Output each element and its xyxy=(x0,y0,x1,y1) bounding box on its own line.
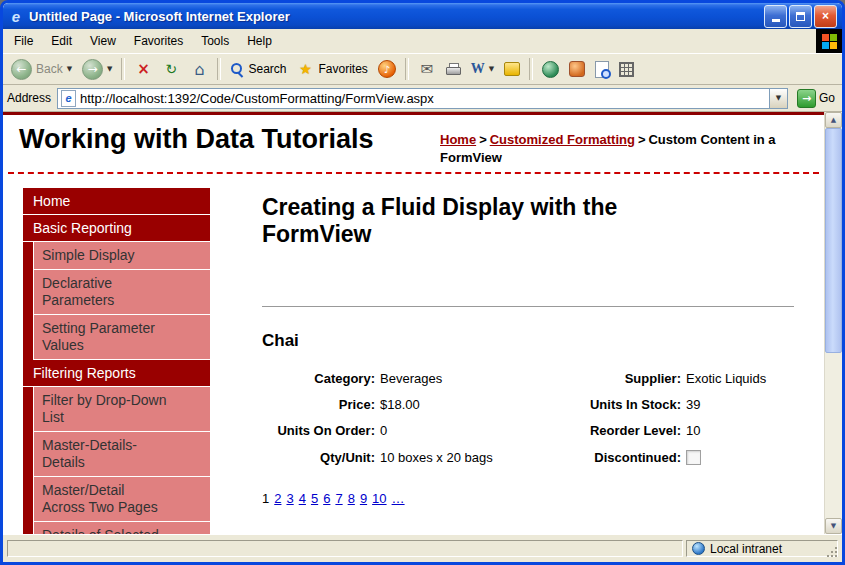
edit-dropdown-icon[interactable]: ▼ xyxy=(489,65,494,73)
address-bar: Address e http://localhost:1392/Code/Cus… xyxy=(3,85,842,112)
search-label: Search xyxy=(248,62,286,76)
scroll-up-button[interactable]: ▲ xyxy=(825,112,842,128)
site-header: Working with Data Tutorials Home>Customi… xyxy=(3,115,824,170)
sidebar-item-filter-by-drop-down-list[interactable]: Filter by Drop-Down List xyxy=(33,387,210,432)
sidebar-item-setting-parameter-values[interactable]: Setting Parameter Values xyxy=(33,315,210,360)
research-icon xyxy=(595,61,609,78)
discuss-button[interactable] xyxy=(500,60,524,78)
maximize-icon xyxy=(796,12,805,21)
field-label-category: Category: xyxy=(262,371,380,386)
field-value-discontinued xyxy=(686,449,794,465)
back-icon: ← xyxy=(11,59,32,80)
discuss-icon xyxy=(504,62,520,76)
home-button[interactable]: ⌂ xyxy=(186,58,212,80)
sidebar-item-details-of-selected[interactable]: Details of Selected xyxy=(33,522,210,534)
minimize-button[interactable] xyxy=(764,5,787,28)
menu-help[interactable]: Help xyxy=(238,31,281,51)
sidebar-item-declarative-parameters[interactable]: Declarative Parameters xyxy=(33,270,210,315)
menu-favorites[interactable]: Favorites xyxy=(125,31,192,51)
home-icon: ⌂ xyxy=(190,60,208,78)
go-arrow-icon: → xyxy=(797,89,816,108)
forward-dropdown-icon[interactable]: ▼ xyxy=(107,65,112,73)
research-button[interactable] xyxy=(591,59,613,80)
close-button[interactable]: × xyxy=(814,5,837,28)
favorites-button[interactable]: ★ Favorites xyxy=(293,58,372,80)
pager-link-3[interactable]: 3 xyxy=(286,491,293,506)
sidebar-item-basic-reporting[interactable]: Basic Reporting xyxy=(23,215,210,242)
title-bar[interactable]: e Untitled Page - Microsoft Internet Exp… xyxy=(3,3,842,29)
pager-link-7[interactable]: 7 xyxy=(335,491,342,506)
pager-link-2[interactable]: 2 xyxy=(274,491,281,506)
toolbar-separator xyxy=(121,58,125,80)
maximize-button[interactable] xyxy=(789,5,812,28)
resize-grip[interactable] xyxy=(835,555,837,557)
menu-edit[interactable]: Edit xyxy=(42,31,81,51)
toolbar-separator xyxy=(217,58,221,80)
breadcrumb-home-link[interactable]: Home xyxy=(440,132,476,147)
window-controls: × xyxy=(764,5,837,28)
local-intranet-icon xyxy=(692,542,705,555)
grid-icon xyxy=(619,62,634,77)
sidebar-item-home[interactable]: Home xyxy=(23,188,210,215)
address-input[interactable]: e http://localhost:1392/Code/CustomForma… xyxy=(57,88,788,109)
browser-viewport: Working with Data Tutorials Home>Customi… xyxy=(3,112,842,534)
field-label-units-in-stock: Units In Stock: xyxy=(566,397,686,412)
msn-button[interactable] xyxy=(538,59,563,80)
web-page: Working with Data Tutorials Home>Customi… xyxy=(3,112,824,534)
pager-link-9[interactable]: 9 xyxy=(360,491,367,506)
media-button[interactable]: ♪ xyxy=(374,58,400,80)
forward-button[interactable]: → ▼ xyxy=(78,57,116,82)
address-label: Address xyxy=(7,91,51,105)
pager-link-ellipsis[interactable]: … xyxy=(392,491,405,506)
address-dropdown-button[interactable]: ▼ xyxy=(769,89,787,108)
up-arrow-icon: ▲ xyxy=(831,116,836,124)
pager-link-6[interactable]: 6 xyxy=(323,491,330,506)
edit-with-word-button[interactable]: W ▼ xyxy=(467,59,498,79)
field-value-price: $18.00 xyxy=(380,397,566,412)
search-button[interactable]: Search xyxy=(226,60,290,78)
refresh-button[interactable]: ↻ xyxy=(158,58,184,80)
go-button[interactable]: → Go xyxy=(794,89,838,108)
media-icon: ♪ xyxy=(378,60,396,78)
go-label: Go xyxy=(819,91,835,105)
field-value-category: Beverages xyxy=(380,371,566,386)
search-icon xyxy=(230,62,244,76)
sidebar-item-master-detail-across-two-pages[interactable]: Master/Detail Across Two Pages xyxy=(33,477,210,522)
menu-view[interactable]: View xyxy=(81,31,125,51)
back-button[interactable]: ← Back ▼ xyxy=(7,57,76,82)
menu-file[interactable]: File xyxy=(5,31,42,51)
breadcrumb: Home>Customized Formatting>Custom Conten… xyxy=(440,131,812,166)
sidebar-item-simple-display[interactable]: Simple Display xyxy=(33,242,210,270)
scroll-down-button[interactable]: ▼ xyxy=(825,518,842,534)
sidebar-item-master-details-details[interactable]: Master-Details-Details xyxy=(33,432,210,477)
field-label-price: Price: xyxy=(262,397,380,412)
breadcrumb-customized-formatting-link[interactable]: Customized Formatting xyxy=(490,132,635,147)
toolbar-separator xyxy=(405,58,409,80)
pager: 12345678910… xyxy=(262,491,794,506)
field-label-units-on-order: Units On Order: xyxy=(262,423,380,438)
discontinued-checkbox[interactable] xyxy=(686,450,701,465)
scrollbar-track[interactable] xyxy=(825,353,842,518)
minimize-icon xyxy=(772,19,780,22)
messenger-button[interactable] xyxy=(565,59,589,79)
quick-links-button[interactable] xyxy=(615,60,638,79)
mail-button[interactable]: ✉ xyxy=(414,58,440,80)
sidebar-item-filtering-reports[interactable]: Filtering Reports xyxy=(23,360,210,387)
mail-icon: ✉ xyxy=(418,60,436,78)
address-url[interactable]: http://localhost:1392/Code/CustomFormatt… xyxy=(80,91,765,106)
vertical-scrollbar[interactable]: ▲ ▼ xyxy=(824,112,842,534)
print-button[interactable] xyxy=(442,61,465,78)
back-dropdown-icon[interactable]: ▼ xyxy=(67,65,72,73)
pager-link-8[interactable]: 8 xyxy=(348,491,355,506)
security-zone-label: Local intranet xyxy=(710,542,782,556)
pager-link-4[interactable]: 4 xyxy=(299,491,306,506)
messenger-icon xyxy=(569,61,585,77)
pager-link-5[interactable]: 5 xyxy=(311,491,318,506)
pager-link-10[interactable]: 10 xyxy=(372,491,386,506)
standard-toolbar: ← Back ▼ → ▼ × ↻ ⌂ Search ★ Favorites ♪ … xyxy=(3,54,842,85)
menu-tools[interactable]: Tools xyxy=(192,31,238,51)
field-value-units-on-order: 0 xyxy=(380,423,566,438)
field-label-reorder-level: Reorder Level: xyxy=(566,423,686,438)
stop-button[interactable]: × xyxy=(130,58,156,80)
scrollbar-thumb[interactable] xyxy=(825,128,842,353)
